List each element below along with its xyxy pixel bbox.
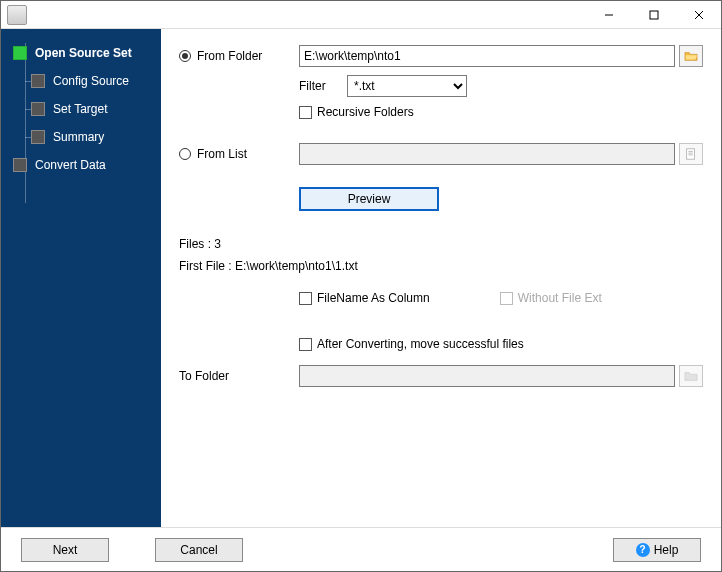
filename-as-column-label: FileName As Column [317,291,430,305]
nav-label: Config Source [53,74,129,88]
recursive-checkbox[interactable] [299,106,312,119]
main-panel: From Folder Filter *.txt Recursive Folde… [161,29,721,527]
without-file-ext-checkbox [500,292,513,305]
minimize-button[interactable] [586,1,631,29]
nav-summary[interactable]: Summary [1,123,161,151]
next-button-label: Next [53,543,78,557]
wizard-sidebar: Open Source Set Config Source Set Target… [1,29,161,527]
folder-open-icon [684,49,698,63]
svg-rect-4 [687,149,695,160]
recursive-label: Recursive Folders [317,105,414,119]
nav-label: Open Source Set [35,46,132,60]
files-count-label: Files : 3 [179,237,221,251]
preview-button-label: Preview [348,192,391,206]
nav-step-icon [13,46,27,60]
document-icon [684,147,698,161]
from-list-radio[interactable] [179,148,191,160]
filter-select[interactable]: *.txt [347,75,467,97]
after-convert-label: After Converting, move successful files [317,337,524,351]
browse-list-button[interactable] [679,143,703,165]
titlebar [1,1,721,29]
footer: Next Cancel ? Help [1,527,721,571]
from-list-input[interactable] [299,143,675,165]
preview-button[interactable]: Preview [299,187,439,211]
after-convert-checkbox[interactable] [299,338,312,351]
nav-config-source[interactable]: Config Source [1,67,161,95]
nav-label: Convert Data [35,158,106,172]
help-button-label: Help [654,543,679,557]
browse-to-folder-button[interactable] [679,365,703,387]
nav-open-source-set[interactable]: Open Source Set [1,39,161,67]
nav-step-icon [31,130,45,144]
nav-label: Summary [53,130,104,144]
from-folder-radio[interactable] [179,50,191,62]
nav-set-target[interactable]: Set Target [1,95,161,123]
without-file-ext-label: Without File Ext [518,291,602,305]
nav-step-icon [13,158,27,172]
first-file-label: First File : E:\work\temp\nto1\1.txt [179,259,358,273]
to-folder-label: To Folder [179,369,229,383]
nav-convert-data[interactable]: Convert Data [1,151,161,179]
app-icon [7,5,27,25]
help-button[interactable]: ? Help [613,538,701,562]
help-icon: ? [636,543,650,557]
svg-rect-1 [650,11,658,19]
cancel-button-label: Cancel [180,543,217,557]
nav-label: Set Target [53,102,107,116]
close-button[interactable] [676,1,721,29]
to-folder-input[interactable] [299,365,675,387]
maximize-button[interactable] [631,1,676,29]
nav-step-icon [31,102,45,116]
filename-as-column-checkbox[interactable] [299,292,312,305]
from-folder-label: From Folder [197,49,262,63]
browse-folder-button[interactable] [679,45,703,67]
folder-icon [684,369,698,383]
nav-step-icon [31,74,45,88]
from-folder-input[interactable] [299,45,675,67]
filter-label: Filter [299,79,347,93]
next-button[interactable]: Next [21,538,109,562]
from-list-label: From List [197,147,247,161]
cancel-button[interactable]: Cancel [155,538,243,562]
